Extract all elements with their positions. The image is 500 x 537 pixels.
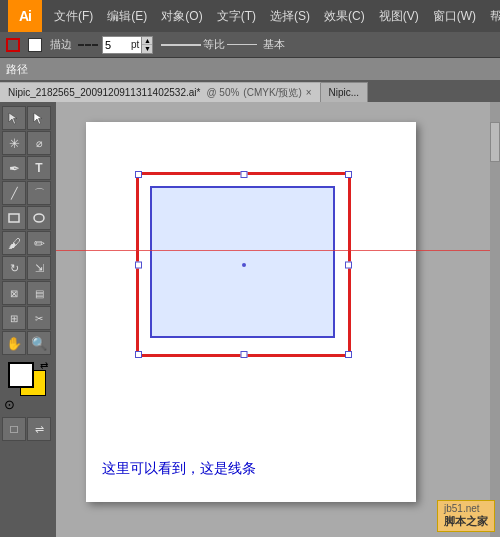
menu-help[interactable]: 帮助	[484, 6, 500, 27]
pt-unit-label: pt	[131, 39, 141, 50]
tool-row-select	[2, 106, 54, 130]
handle-bl	[135, 351, 142, 358]
select-tool[interactable]	[2, 106, 26, 130]
menu-select[interactable]: 选择(S)	[264, 6, 316, 27]
line-tool[interactable]: ╱	[2, 181, 26, 205]
basic-label: 基本	[263, 37, 285, 52]
tool-row-brush: 🖌 ✏	[2, 231, 54, 255]
magic-wand-tool[interactable]: ✳	[2, 131, 26, 155]
handle-ml	[135, 261, 142, 268]
default-colors-icon[interactable]: ⊙	[4, 397, 15, 412]
handle-bm	[240, 351, 247, 358]
menu-window[interactable]: 窗口(W)	[427, 6, 482, 27]
stroke-width-input[interactable]: 5	[103, 37, 131, 53]
tab-active[interactable]: Nipic_2182565_2009120911311402532.ai* @ …	[0, 82, 321, 102]
menu-text[interactable]: 文字(T)	[211, 6, 262, 27]
column-graph-tool[interactable]: ▤	[27, 281, 51, 305]
canvas-area: 这里可以看到，这是线条	[56, 102, 490, 537]
tool-row-handzoom: ✋ 🔍	[2, 331, 54, 355]
watermark-site: jb51.net	[444, 503, 488, 514]
zoom-tool[interactable]: 🔍	[27, 331, 51, 355]
title-bar: Ai 文件(F) 编辑(E) 对象(O) 文字(T) 选择(S) 效果(C) 视…	[0, 0, 500, 32]
stroke-width-down[interactable]: ▼	[142, 45, 152, 53]
ellipse-tool[interactable]	[27, 206, 51, 230]
app-logo: Ai	[8, 0, 42, 32]
color-picker-area: ⊙ ⇄	[2, 358, 54, 414]
slice-tool[interactable]: ✂	[27, 306, 51, 330]
pencil-tool[interactable]: ✏	[27, 231, 51, 255]
stroke-style-preview[interactable]	[78, 44, 98, 46]
handle-tl	[135, 171, 142, 178]
tab-inactive-filename: Nipic...	[329, 87, 360, 98]
toolbox: ✳ ⌀ ✒ T ╱ ⌒ 🖌 ✏ ↻ ⇲	[0, 102, 56, 537]
tab-inactive[interactable]: Nipic...	[321, 82, 369, 102]
scale-tool[interactable]: ⇲	[27, 256, 51, 280]
menu-bar: 文件(F) 编辑(E) 对象(O) 文字(T) 选择(S) 效果(C) 视图(V…	[48, 6, 500, 27]
annotation-text: 这里可以看到，这是线条	[102, 460, 256, 478]
tool-row-shapes	[2, 206, 54, 230]
fill-color-icon[interactable]	[26, 38, 44, 52]
breadcrumb-bar: 路径	[0, 58, 500, 80]
pen-tool[interactable]: ✒	[2, 156, 26, 180]
stroke-color-icon[interactable]	[4, 38, 22, 52]
paintbrush-tool[interactable]: 🖌	[2, 231, 26, 255]
center-dot	[242, 263, 246, 267]
lasso-tool[interactable]: ⌀	[27, 131, 51, 155]
svg-rect-0	[9, 214, 19, 222]
stroke-width-arrows[interactable]: ▲ ▼	[141, 37, 152, 53]
equal-sign-label: 等比	[203, 37, 225, 52]
menu-object[interactable]: 对象(O)	[155, 6, 208, 27]
breadcrumb-path: 路径	[6, 62, 28, 77]
tool-row-pen: ✒ T	[2, 156, 54, 180]
canvas-paper: 这里可以看到，这是线条	[86, 122, 416, 502]
tool-row-artboard: ⊞ ✂	[2, 306, 54, 330]
tab-active-filename: Nipic_2182565_2009120911311402532.ai*	[8, 87, 200, 98]
tab-close-btn[interactable]: ×	[306, 87, 312, 98]
menu-view[interactable]: 视图(V)	[373, 6, 425, 27]
stroke-width-up[interactable]: ▲	[142, 37, 152, 45]
tool-row-blend: ⊠ ▤	[2, 281, 54, 305]
tab-zoom: @ 50%	[206, 87, 239, 98]
watermark: jb51.net 脚本之家	[437, 500, 495, 532]
handle-tr	[345, 171, 352, 178]
scrollbar-thumb[interactable]	[490, 122, 500, 162]
arc-tool[interactable]: ⌒	[27, 181, 51, 205]
options-toolbar: 描边 5 pt ▲ ▼ 等比 基本	[0, 32, 500, 58]
artboard-tool[interactable]: ⊞	[2, 306, 26, 330]
menu-file[interactable]: 文件(F)	[48, 6, 99, 27]
red-rect-stroke[interactable]	[136, 172, 351, 357]
handle-br	[345, 351, 352, 358]
watermark-brand: 脚本之家	[444, 514, 488, 529]
rotate-tool[interactable]: ↻	[2, 256, 26, 280]
stroke-switch-icon[interactable]: ⇌	[27, 417, 51, 441]
fill-none-icon[interactable]: □	[2, 417, 26, 441]
hand-tool[interactable]: ✋	[2, 331, 26, 355]
stroke-label: 描边	[50, 37, 72, 52]
tool-row-transform: ↻ ⇲	[2, 256, 54, 280]
main-area: ✳ ⌀ ✒ T ╱ ⌒ 🖌 ✏ ↻ ⇲	[0, 102, 500, 537]
menu-edit[interactable]: 编辑(E)	[101, 6, 153, 27]
menu-effect[interactable]: 效果(C)	[318, 6, 371, 27]
tool-row-bottom: □ ⇌	[2, 417, 54, 441]
stroke-color-box-front[interactable]	[8, 362, 34, 388]
direct-select-tool[interactable]	[27, 106, 51, 130]
handle-tm	[240, 171, 247, 178]
tab-mode: (CMYK/预览)	[243, 86, 301, 100]
tool-row-line: ╱ ⌒	[2, 181, 54, 205]
tool-row-magic: ✳ ⌀	[2, 131, 54, 155]
vertical-scrollbar[interactable]	[490, 102, 500, 537]
stroke-width-input-wrapper[interactable]: 5 pt ▲ ▼	[102, 36, 153, 54]
rect-tool[interactable]	[2, 206, 26, 230]
tab-bar: Nipic_2182565_2009120911311402532.ai* @ …	[0, 80, 500, 102]
horizontal-guide	[56, 250, 490, 251]
type-tool[interactable]: T	[27, 156, 51, 180]
blend-tool[interactable]: ⊠	[2, 281, 26, 305]
swap-colors-icon[interactable]: ⇄	[40, 360, 48, 371]
handle-mr	[345, 261, 352, 268]
svg-point-1	[34, 214, 44, 222]
